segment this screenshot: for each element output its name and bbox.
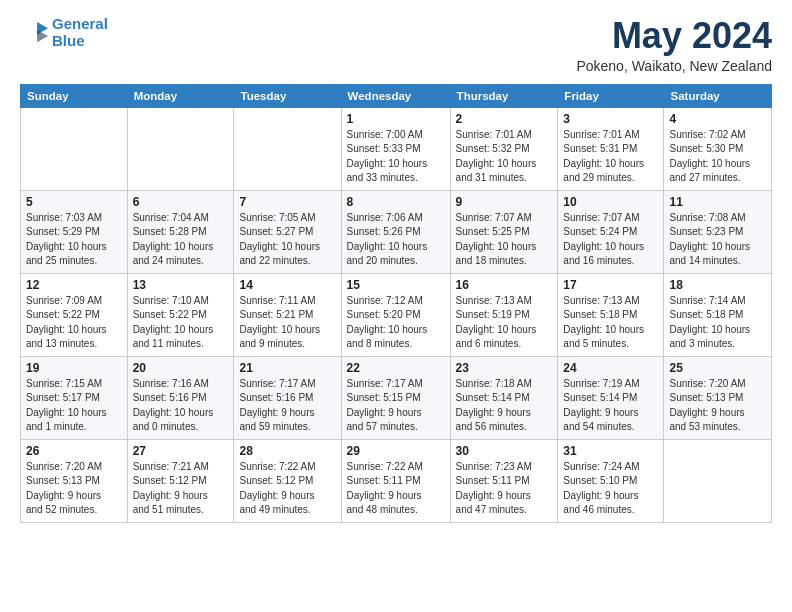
day-number: 26 [26, 444, 122, 458]
calendar-table: SundayMondayTuesdayWednesdayThursdayFrid… [20, 84, 772, 523]
day-info: Sunrise: 7:17 AMSunset: 5:16 PMDaylight:… [239, 377, 335, 435]
calendar-cell: 7Sunrise: 7:05 AMSunset: 5:27 PMDaylight… [234, 190, 341, 273]
header: General Blue May 2024 Pokeno, Waikato, N… [20, 16, 772, 74]
calendar-cell: 12Sunrise: 7:09 AMSunset: 5:22 PMDayligh… [21, 273, 128, 356]
day-number: 18 [669, 278, 766, 292]
day-info: Sunrise: 7:20 AMSunset: 5:13 PMDaylight:… [26, 460, 122, 518]
day-number: 9 [456, 195, 553, 209]
calendar-cell [664, 439, 772, 522]
day-info: Sunrise: 7:08 AMSunset: 5:23 PMDaylight:… [669, 211, 766, 269]
day-number: 8 [347, 195, 445, 209]
day-info: Sunrise: 7:15 AMSunset: 5:17 PMDaylight:… [26, 377, 122, 435]
day-info: Sunrise: 7:18 AMSunset: 5:14 PMDaylight:… [456, 377, 553, 435]
day-header-sunday: Sunday [21, 84, 128, 107]
day-number: 27 [133, 444, 229, 458]
calendar-week-row: 19Sunrise: 7:15 AMSunset: 5:17 PMDayligh… [21, 356, 772, 439]
day-number: 29 [347, 444, 445, 458]
day-info: Sunrise: 7:02 AMSunset: 5:30 PMDaylight:… [669, 128, 766, 186]
day-info: Sunrise: 7:24 AMSunset: 5:10 PMDaylight:… [563, 460, 658, 518]
calendar-cell: 16Sunrise: 7:13 AMSunset: 5:19 PMDayligh… [450, 273, 558, 356]
day-info: Sunrise: 7:17 AMSunset: 5:15 PMDaylight:… [347, 377, 445, 435]
calendar-cell: 17Sunrise: 7:13 AMSunset: 5:18 PMDayligh… [558, 273, 664, 356]
calendar-cell: 10Sunrise: 7:07 AMSunset: 5:24 PMDayligh… [558, 190, 664, 273]
calendar-cell: 23Sunrise: 7:18 AMSunset: 5:14 PMDayligh… [450, 356, 558, 439]
day-info: Sunrise: 7:12 AMSunset: 5:20 PMDaylight:… [347, 294, 445, 352]
day-number: 19 [26, 361, 122, 375]
day-header-wednesday: Wednesday [341, 84, 450, 107]
calendar-cell: 15Sunrise: 7:12 AMSunset: 5:20 PMDayligh… [341, 273, 450, 356]
calendar-cell: 31Sunrise: 7:24 AMSunset: 5:10 PMDayligh… [558, 439, 664, 522]
day-number: 23 [456, 361, 553, 375]
logo-text: General Blue [52, 16, 108, 49]
calendar-cell: 18Sunrise: 7:14 AMSunset: 5:18 PMDayligh… [664, 273, 772, 356]
day-info: Sunrise: 7:01 AMSunset: 5:31 PMDaylight:… [563, 128, 658, 186]
day-info: Sunrise: 7:10 AMSunset: 5:22 PMDaylight:… [133, 294, 229, 352]
day-number: 4 [669, 112, 766, 126]
day-header-tuesday: Tuesday [234, 84, 341, 107]
calendar-cell: 14Sunrise: 7:11 AMSunset: 5:21 PMDayligh… [234, 273, 341, 356]
day-number: 31 [563, 444, 658, 458]
day-info: Sunrise: 7:03 AMSunset: 5:29 PMDaylight:… [26, 211, 122, 269]
calendar-cell: 22Sunrise: 7:17 AMSunset: 5:15 PMDayligh… [341, 356, 450, 439]
day-header-monday: Monday [127, 84, 234, 107]
calendar-cell: 29Sunrise: 7:22 AMSunset: 5:11 PMDayligh… [341, 439, 450, 522]
day-number: 2 [456, 112, 553, 126]
calendar-cell: 28Sunrise: 7:22 AMSunset: 5:12 PMDayligh… [234, 439, 341, 522]
day-info: Sunrise: 7:05 AMSunset: 5:27 PMDaylight:… [239, 211, 335, 269]
calendar-week-row: 5Sunrise: 7:03 AMSunset: 5:29 PMDaylight… [21, 190, 772, 273]
calendar-cell: 13Sunrise: 7:10 AMSunset: 5:22 PMDayligh… [127, 273, 234, 356]
page: General Blue May 2024 Pokeno, Waikato, N… [0, 0, 792, 612]
day-number: 22 [347, 361, 445, 375]
day-number: 5 [26, 195, 122, 209]
logo-line1: General [52, 15, 108, 32]
day-number: 21 [239, 361, 335, 375]
day-info: Sunrise: 7:11 AMSunset: 5:21 PMDaylight:… [239, 294, 335, 352]
calendar-cell: 4Sunrise: 7:02 AMSunset: 5:30 PMDaylight… [664, 107, 772, 190]
day-info: Sunrise: 7:16 AMSunset: 5:16 PMDaylight:… [133, 377, 229, 435]
day-info: Sunrise: 7:20 AMSunset: 5:13 PMDaylight:… [669, 377, 766, 435]
logo-icon [20, 19, 48, 47]
day-info: Sunrise: 7:09 AMSunset: 5:22 PMDaylight:… [26, 294, 122, 352]
calendar-cell: 5Sunrise: 7:03 AMSunset: 5:29 PMDaylight… [21, 190, 128, 273]
day-number: 13 [133, 278, 229, 292]
day-number: 30 [456, 444, 553, 458]
day-info: Sunrise: 7:07 AMSunset: 5:24 PMDaylight:… [563, 211, 658, 269]
day-info: Sunrise: 7:06 AMSunset: 5:26 PMDaylight:… [347, 211, 445, 269]
day-info: Sunrise: 7:22 AMSunset: 5:11 PMDaylight:… [347, 460, 445, 518]
day-info: Sunrise: 7:19 AMSunset: 5:14 PMDaylight:… [563, 377, 658, 435]
calendar-cell: 6Sunrise: 7:04 AMSunset: 5:28 PMDaylight… [127, 190, 234, 273]
day-info: Sunrise: 7:14 AMSunset: 5:18 PMDaylight:… [669, 294, 766, 352]
calendar-cell: 26Sunrise: 7:20 AMSunset: 5:13 PMDayligh… [21, 439, 128, 522]
day-info: Sunrise: 7:04 AMSunset: 5:28 PMDaylight:… [133, 211, 229, 269]
day-number: 6 [133, 195, 229, 209]
logo-line2: Blue [52, 32, 85, 49]
day-number: 25 [669, 361, 766, 375]
day-number: 14 [239, 278, 335, 292]
calendar-header-row: SundayMondayTuesdayWednesdayThursdayFrid… [21, 84, 772, 107]
location: Pokeno, Waikato, New Zealand [576, 58, 772, 74]
calendar-cell [21, 107, 128, 190]
day-number: 3 [563, 112, 658, 126]
calendar-cell [234, 107, 341, 190]
day-number: 20 [133, 361, 229, 375]
day-number: 16 [456, 278, 553, 292]
day-number: 24 [563, 361, 658, 375]
calendar-cell: 1Sunrise: 7:00 AMSunset: 5:33 PMDaylight… [341, 107, 450, 190]
day-number: 10 [563, 195, 658, 209]
calendar-cell: 19Sunrise: 7:15 AMSunset: 5:17 PMDayligh… [21, 356, 128, 439]
day-header-friday: Friday [558, 84, 664, 107]
day-number: 1 [347, 112, 445, 126]
day-header-thursday: Thursday [450, 84, 558, 107]
day-number: 28 [239, 444, 335, 458]
svg-rect-0 [20, 19, 48, 47]
calendar-cell: 9Sunrise: 7:07 AMSunset: 5:25 PMDaylight… [450, 190, 558, 273]
calendar-week-row: 1Sunrise: 7:00 AMSunset: 5:33 PMDaylight… [21, 107, 772, 190]
day-number: 11 [669, 195, 766, 209]
calendar-cell: 27Sunrise: 7:21 AMSunset: 5:12 PMDayligh… [127, 439, 234, 522]
calendar-cell: 24Sunrise: 7:19 AMSunset: 5:14 PMDayligh… [558, 356, 664, 439]
day-info: Sunrise: 7:13 AMSunset: 5:18 PMDaylight:… [563, 294, 658, 352]
day-info: Sunrise: 7:22 AMSunset: 5:12 PMDaylight:… [239, 460, 335, 518]
day-header-saturday: Saturday [664, 84, 772, 107]
calendar-week-row: 12Sunrise: 7:09 AMSunset: 5:22 PMDayligh… [21, 273, 772, 356]
day-number: 17 [563, 278, 658, 292]
